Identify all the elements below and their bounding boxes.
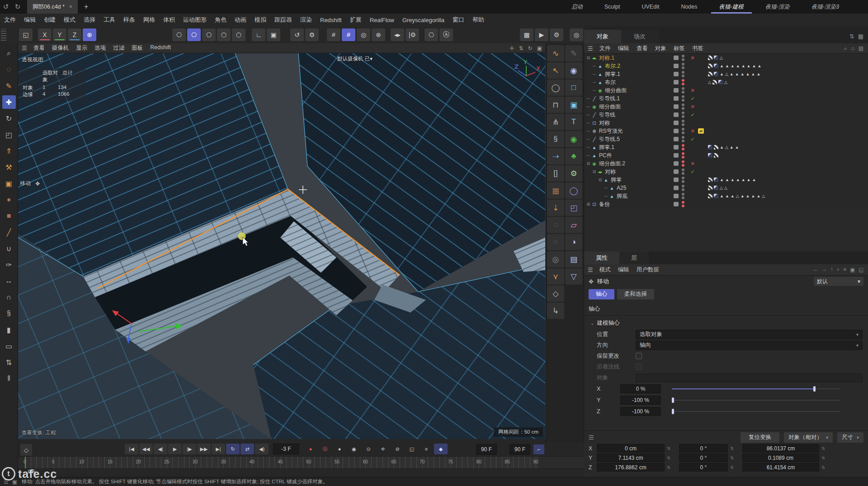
pencil-icon[interactable]: ✎ — [565, 45, 582, 61]
texture-tag-icon[interactable] — [708, 194, 712, 198]
coord-Z-rotation-field[interactable]: 0 ° — [679, 463, 728, 472]
object-label[interactable]: 备份 — [599, 201, 610, 208]
search-icon[interactable]: ⌕ — [844, 45, 847, 51]
layer-color-box[interactable] — [674, 88, 679, 93]
document-tab[interactable]: 脚部06.c4d * × — [27, 0, 78, 14]
menu-1[interactable]: 编辑 — [20, 16, 40, 24]
menu-15[interactable]: Redshift — [316, 17, 346, 23]
modeling-settings-icon[interactable]: |⚙ — [406, 28, 419, 41]
selection-tag-icon[interactable]: ▲ — [731, 64, 735, 68]
selection-tag-icon[interactable]: ▲ — [746, 72, 750, 76]
plane-icon[interactable]: ▭ — [2, 339, 16, 353]
coord-Z-size-field[interactable]: 61.4154 cm — [742, 463, 819, 472]
selection-tag-icon[interactable]: △ — [724, 80, 727, 84]
stepper-icon[interactable]: ⇅ — [730, 456, 734, 460]
selection-tag-icon[interactable]: ▲ — [741, 64, 745, 68]
keep-changes-checkbox[interactable] — [636, 353, 642, 359]
selection-tag-icon[interactable]: ▲ — [747, 64, 751, 68]
coord-Y-rotation-field[interactable]: 0 ° — [679, 453, 728, 462]
edges-mode-icon[interactable]: ⎔ — [187, 28, 201, 41]
record-pla-icon[interactable]: ◱ — [405, 444, 419, 454]
attr-tab-0[interactable]: 属性 — [584, 252, 619, 264]
menu-6[interactable]: 样条 — [119, 16, 139, 24]
clover-icon[interactable]: ♣ — [565, 148, 582, 164]
selection-tag-icon[interactable]: △ — [720, 186, 723, 190]
selection-tag-icon[interactable]: ▲ — [725, 64, 729, 68]
layer-color-box[interactable] — [674, 137, 679, 141]
lock-icon[interactable]: ▣ — [850, 266, 855, 273]
autokey-icon[interactable]: Ⓐ — [318, 444, 332, 454]
split-y-icon[interactable]: ⋎ — [547, 268, 564, 285]
selection-tag-icon[interactable]: ▲ — [725, 194, 729, 198]
uv-mode-icon[interactable]: ⬡ — [232, 28, 245, 41]
point-move-icon[interactable]: ◉ — [565, 62, 582, 79]
axis-X-value-field[interactable]: 0 % — [620, 384, 661, 393]
inner-extrude-icon[interactable]: ▣ — [2, 177, 16, 190]
menu-17[interactable]: RealFlow — [366, 17, 398, 23]
selection-tag-icon[interactable]: △ — [762, 194, 765, 198]
om-menu-4[interactable]: 标签 — [670, 45, 689, 52]
phong-tag-icon[interactable] — [714, 186, 718, 190]
fill-bucket-icon[interactable]: ∪ — [2, 242, 16, 255]
object-label[interactable]: 布尔 — [605, 79, 616, 86]
viewport-menu-4[interactable]: 过滤 — [109, 44, 128, 52]
object-label[interactable]: 对称 — [599, 119, 610, 127]
rotate-workplane-icon[interactable]: ↺ — [290, 28, 304, 41]
layer-color-box[interactable] — [674, 194, 679, 198]
record-rotation-icon[interactable]: ⊙ — [362, 444, 375, 454]
layer-color-box[interactable] — [674, 153, 679, 158]
menu-8[interactable]: 体积 — [159, 16, 179, 24]
points-mode-icon[interactable]: ⎔ — [172, 28, 186, 41]
selection-tag-icon[interactable]: ▲ — [735, 145, 739, 150]
tree-row-备份[interactable]: ⊞⊡备份 — [584, 200, 868, 208]
viewport-menu-1[interactable]: 摄像机 — [48, 44, 73, 52]
visibility-dots[interactable] — [682, 177, 684, 183]
layer-color-box[interactable] — [674, 96, 679, 101]
timeline-options-icon[interactable]: ⌐ — [533, 444, 544, 454]
coordinate-menu-icon[interactable]: ☰ — [589, 434, 594, 441]
selection-tag-icon[interactable]: ▲ — [752, 178, 756, 182]
play-icon[interactable]: ▶ — [168, 444, 182, 454]
collapse-icon[interactable]: ⊟ — [598, 178, 603, 182]
move-tool-icon[interactable]: ✚ — [2, 95, 16, 109]
layer-color-box[interactable] — [674, 56, 679, 60]
menu-10[interactable]: 角色 — [211, 16, 231, 24]
tree-row-对称[interactable]: ─⊡对称 — [584, 119, 868, 127]
menu-11[interactable]: 动画 — [231, 16, 250, 24]
phong-tag-icon[interactable] — [714, 56, 718, 60]
viewport-layout-icon[interactable]: ◱ — [19, 28, 33, 41]
search-icon[interactable]: ⌕ — [2, 47, 16, 60]
object-label[interactable]: 脚掌.1 — [605, 70, 620, 78]
visibility-dots[interactable] — [682, 168, 684, 175]
selection-tag-icon[interactable]: ▲ — [736, 178, 740, 182]
current-frame-field[interactable]: -3 F — [273, 444, 299, 454]
sound-toggle-icon[interactable]: ◀) — [255, 444, 269, 454]
selection-tag-icon[interactable]: ▲ — [756, 72, 760, 76]
visibility-dots[interactable] — [682, 120, 684, 126]
axis-Y-slider[interactable] — [672, 396, 840, 404]
rotate-tool-icon[interactable]: ↻ — [2, 112, 16, 125]
object-label[interactable]: 引导线.5 — [599, 136, 620, 143]
keyframe-marker-button[interactable]: ◇ — [20, 444, 32, 456]
tree-row-布尔.2[interactable]: ─▲布尔.2▲▲▲▲▲▲▲▲ — [584, 62, 868, 70]
selection-tag-icon[interactable]: ▲ — [757, 64, 761, 68]
bevel-icon[interactable]: ⚒ — [2, 160, 16, 174]
gear-green-icon[interactable]: ⚙ — [565, 165, 582, 182]
axis-mode-icon[interactable]: ∟ — [252, 28, 265, 41]
magnet-icon[interactable]: ∩ — [2, 290, 16, 304]
phong-tag-icon[interactable] — [714, 194, 718, 198]
visibility-dots[interactable] — [682, 160, 684, 167]
tree-row-脚掌.1[interactable]: ─▲脚掌.1▲△▲▲ — [584, 143, 868, 151]
workspace-tab-5[interactable]: 夜猫-渲染 — [755, 0, 801, 14]
selection-tag-icon[interactable]: △ — [725, 145, 728, 150]
camera-box-icon[interactable]: ▤ — [565, 251, 582, 267]
layer-color-box[interactable] — [674, 72, 679, 76]
coordinate-mode-dropdown[interactable]: 对象（相对） ▾ — [784, 432, 833, 443]
ffd-sphere-icon[interactable]: ◉ — [565, 131, 582, 147]
new-document-button[interactable]: + — [84, 3, 88, 11]
visibility-dots[interactable] — [682, 144, 684, 150]
loop-toggle-icon[interactable]: ↻ — [226, 444, 240, 454]
record-param-icon[interactable]: ⊘ — [391, 444, 404, 454]
panel-tab-0[interactable]: 对象 — [584, 30, 621, 43]
selection-tag-icon[interactable]: ▲ — [720, 178, 724, 182]
